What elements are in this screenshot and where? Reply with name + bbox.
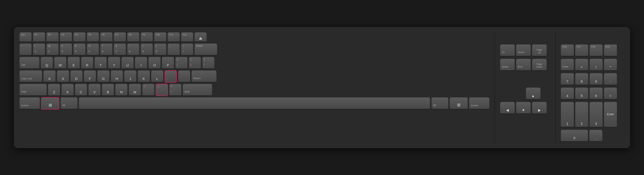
key-f11[interactable]: F11 <box>168 32 180 42</box>
key-esc[interactable]: Esc <box>20 32 32 42</box>
key-shift-left[interactable]: Shift <box>20 84 47 96</box>
key-numenter[interactable]: Enter <box>604 102 617 128</box>
key-lbracket[interactable]: { [ <box>175 57 188 69</box>
key-ctrl-left[interactable]: Control <box>20 97 40 110</box>
key-alt-left[interactable]: Alt <box>60 97 78 110</box>
key-h[interactable]: H <box>111 70 123 82</box>
key-return[interactable]: Return <box>192 70 216 82</box>
key-end[interactable]: End <box>516 59 531 71</box>
key-o[interactable]: O <box>148 57 161 69</box>
key-num7[interactable]: 7 <box>561 73 574 85</box>
key-minus[interactable]: _ - <box>168 43 180 56</box>
key-q[interactable]: Q <box>40 57 53 69</box>
key-num5[interactable]: 5 <box>575 88 588 100</box>
key-num3[interactable]: 3 <box>590 102 603 128</box>
key-f3[interactable]: F3 <box>60 32 72 42</box>
key-slash[interactable]: ? / <box>169 84 182 96</box>
key-delete[interactable]: Delete <box>194 43 217 56</box>
key-f8[interactable]: F8 <box>127 32 140 42</box>
key-num1[interactable]: 1 <box>561 102 574 128</box>
key-f16[interactable]: F16 <box>561 44 574 56</box>
key-alt-right[interactable]: Alt <box>431 97 448 110</box>
key-b[interactable]: B <box>102 84 114 96</box>
key-ctrl-right[interactable]: Control <box>469 97 490 110</box>
key-f2[interactable]: F2 <box>46 32 59 42</box>
key-arrow-up[interactable]: ▲ <box>526 88 540 100</box>
key-tab[interactable]: Tab <box>20 57 40 69</box>
key-z[interactable]: Z <box>48 84 60 96</box>
key-num4[interactable]: 4 <box>561 88 574 100</box>
key-7[interactable]: & 7 <box>114 43 126 56</box>
key-y[interactable]: Y <box>108 57 120 69</box>
key-u[interactable]: U <box>122 57 134 69</box>
key-f17[interactable]: F17 <box>575 44 588 56</box>
key-num2[interactable]: 2 <box>575 102 588 128</box>
key-equals[interactable]: + = <box>181 43 193 56</box>
key-f10[interactable]: F10 <box>154 32 166 42</box>
key-num0[interactable]: 0 <box>561 130 588 142</box>
key-9[interactable]: ( 9 <box>140 43 153 56</box>
key-shift-right[interactable]: Shift <box>182 84 212 96</box>
key-v[interactable]: V <box>88 84 101 96</box>
key-semicolon[interactable]: : ; <box>164 70 177 82</box>
key-numminus[interactable]: - <box>604 73 617 85</box>
key-6[interactable]: ^ 6 <box>100 43 112 56</box>
key-nummultiply[interactable]: * <box>604 59 617 71</box>
key-d[interactable]: D <box>70 70 82 82</box>
key-numplus[interactable]: + <box>604 88 617 100</box>
key-arrow-left[interactable]: ◀ <box>500 102 515 114</box>
key-k[interactable]: K <box>138 70 150 82</box>
key-backtick[interactable]: ~ ` <box>20 43 32 56</box>
key-f19[interactable]: F19 <box>604 44 617 56</box>
key-0[interactable]: ) 0 <box>154 43 166 56</box>
key-4[interactable]: $ 4 <box>73 43 86 56</box>
key-period[interactable]: > . <box>156 84 168 96</box>
key-p[interactable]: P <box>162 57 174 69</box>
key-l[interactable]: L <box>151 70 164 82</box>
key-rbracket[interactable]: } ] <box>189 57 201 69</box>
key-e[interactable]: E <box>68 57 80 69</box>
key-f18[interactable]: F18 <box>590 44 603 56</box>
key-arrow-down[interactable]: ▼ <box>516 102 531 114</box>
key-8[interactable]: * 8 <box>127 43 140 56</box>
key-space[interactable] <box>79 97 430 110</box>
key-g[interactable]: G <box>97 70 110 82</box>
key-f1[interactable]: F1 <box>33 32 45 42</box>
key-numequals[interactable]: = <box>575 59 588 71</box>
key-c[interactable]: C <box>75 84 87 96</box>
key-win-left[interactable]: ⊞ <box>41 97 59 110</box>
key-num8[interactable]: 8 <box>575 73 588 85</box>
key-w[interactable]: W <box>54 57 66 69</box>
key-t[interactable]: T <box>94 57 107 69</box>
key-m[interactable]: M <box>129 84 141 96</box>
key-1[interactable]: ! 1 <box>33 43 45 56</box>
key-5[interactable]: % 5 <box>87 43 99 56</box>
key-backslash[interactable]: | \ <box>202 57 214 69</box>
key-quote[interactable]: " ' <box>178 70 190 82</box>
key-s[interactable]: S <box>57 70 69 82</box>
key-delete-nav[interactable]: Delete <box>500 59 515 71</box>
key-f[interactable]: F <box>84 70 96 82</box>
key-win-right[interactable]: ⊞ <box>450 97 468 110</box>
key-a[interactable]: A <box>43 70 56 82</box>
key-f4[interactable]: F4 <box>73 32 86 42</box>
key-fn[interactable]: Fn <box>500 44 515 56</box>
key-i[interactable]: I <box>135 57 147 69</box>
key-numclear[interactable]: Clear <box>561 59 574 71</box>
key-f6[interactable]: F6 <box>100 32 112 42</box>
key-f7[interactable]: F7 <box>114 32 126 42</box>
key-3[interactable]: # 3 <box>60 43 72 56</box>
key-r[interactable]: R <box>81 57 93 69</box>
key-page-down[interactable]: PageDown <box>532 59 547 71</box>
key-j[interactable]: J <box>124 70 136 82</box>
key-numdot[interactable]: . <box>589 130 602 142</box>
key-num9[interactable]: 9 <box>590 73 603 85</box>
key-numdivide[interactable]: / <box>590 59 603 71</box>
key-capslock[interactable]: Caps Lock <box>20 70 42 82</box>
key-2[interactable]: @ 2 <box>46 43 59 56</box>
key-num6[interactable]: 6 <box>590 88 603 100</box>
key-arrow-right[interactable]: ▶ <box>532 102 547 114</box>
key-n[interactable]: N <box>115 84 128 96</box>
key-f9[interactable]: F9 <box>140 32 153 42</box>
key-f5[interactable]: F5 <box>87 32 99 42</box>
